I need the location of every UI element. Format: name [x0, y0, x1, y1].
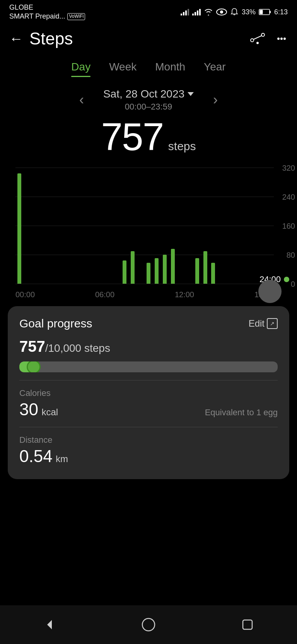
date-selector: ‹ Sat, 28 Oct 2023 00:00–23:59 › — [0, 77, 297, 114]
bar-slot-27 — [234, 168, 242, 284]
svg-point-1 — [220, 10, 223, 14]
eye-icon — [216, 8, 227, 16]
bar-0 — [17, 173, 21, 284]
carrier-info: GLOBE SMART Prepaid... VoWiFi — [9, 3, 85, 21]
bar-slot-11 — [104, 168, 113, 284]
progress-dot — [27, 361, 41, 372]
bar-13 — [123, 260, 126, 284]
recent-nav-button[interactable] — [236, 613, 259, 636]
steps-display: 757 steps — [0, 114, 297, 164]
divider-2 — [19, 427, 278, 427]
goal-progress-card: Goal progress Edit 757/10,000 steps Calo… — [8, 306, 289, 479]
bar-slot-19 — [169, 168, 177, 284]
carrier1: GLOBE — [9, 3, 85, 12]
bar-slot-29 — [249, 168, 258, 284]
bar-slot-25 — [217, 168, 225, 284]
bar-slot-16 — [145, 168, 153, 284]
signal-icon — [181, 9, 189, 15]
grid-label-0: 0 — [291, 279, 295, 288]
edit-button[interactable]: Edit — [249, 318, 278, 329]
svg-rect-14 — [243, 620, 252, 629]
bar-17 — [155, 258, 159, 284]
time-indicator-dot — [284, 277, 289, 282]
tab-week[interactable]: Week — [109, 61, 137, 77]
progress-bar-fill — [19, 361, 39, 372]
bar-slot-2 — [32, 168, 40, 284]
bar-23 — [203, 251, 207, 284]
distance-label: Distance — [19, 435, 278, 445]
bar-slot-31 — [266, 168, 274, 284]
date-display[interactable]: Sat, 28 Oct 2023 00:00–23:59 — [103, 88, 194, 112]
calories-note: Equivalent to 1 egg — [205, 408, 278, 418]
tab-bar: Day Week Month Year — [0, 55, 297, 77]
bar-slot-13 — [120, 168, 128, 284]
goal-progress-title: Goal progress — [19, 317, 92, 330]
recent-nav-icon — [240, 617, 255, 632]
home-nav-button[interactable] — [137, 613, 160, 636]
steps-unit: steps — [168, 140, 196, 152]
graph-icon-button[interactable] — [249, 32, 266, 46]
calories-value: 30 — [19, 400, 38, 419]
svg-point-10 — [280, 38, 283, 40]
calories-stat: Calories 30 kcal Equivalent to 1 egg — [19, 388, 278, 419]
grid-label-80: 80 — [287, 250, 295, 259]
bar-19 — [171, 249, 175, 284]
bar-slot-0 — [15, 168, 24, 284]
bar-slot-1 — [24, 168, 32, 284]
current-steps: 757 — [19, 338, 45, 355]
bar-slot-17 — [153, 168, 161, 284]
bar-slot-15 — [137, 168, 145, 284]
edit-label: Edit — [249, 318, 265, 329]
back-nav-icon — [42, 617, 57, 632]
grid-line-0: 0 — [15, 284, 274, 284]
vowifi-badge: VoWiFi — [67, 13, 85, 20]
svg-point-13 — [142, 618, 155, 631]
date-dropdown-arrow — [188, 92, 194, 96]
bar-slot-14 — [128, 168, 137, 284]
more-menu-button[interactable] — [275, 33, 288, 45]
prev-date-button[interactable]: ‹ — [75, 88, 88, 112]
carrier2: SMART Prepaid... — [9, 12, 65, 21]
bar-slot-24 — [209, 168, 217, 284]
steps-graph-icon — [249, 32, 266, 46]
bar-slot-8 — [80, 168, 88, 284]
bar-slot-28 — [242, 168, 250, 284]
bar-slot-12 — [113, 168, 121, 284]
svg-marker-12 — [47, 620, 52, 629]
bar-slot-5 — [56, 168, 64, 284]
x-label-12: 12:00 — [175, 290, 194, 299]
bottom-navigation — [0, 605, 297, 644]
bar-slot-30 — [258, 168, 266, 284]
time-range: 00:00–23:59 — [103, 102, 194, 112]
signal-icon-2 — [192, 9, 201, 15]
edit-icon — [267, 318, 278, 329]
page-title: Steps — [29, 29, 249, 48]
bar-slot-7 — [72, 168, 80, 284]
scroll-thumb[interactable] — [258, 280, 282, 303]
status-bar: GLOBE SMART Prepaid... VoWiFi — [0, 0, 297, 23]
back-button[interactable]: ← — [9, 31, 23, 47]
next-date-button[interactable]: › — [209, 88, 222, 112]
svg-rect-4 — [259, 10, 263, 14]
chart-bars — [15, 168, 274, 284]
tab-year[interactable]: Year — [204, 61, 226, 77]
bar-slot-3 — [40, 168, 48, 284]
bar-slot-21 — [185, 168, 193, 284]
steps-value: 757 — [101, 115, 163, 158]
bar-slot-4 — [48, 168, 56, 284]
bar-slot-22 — [193, 168, 201, 284]
home-nav-icon — [141, 617, 156, 632]
tab-month[interactable]: Month — [155, 61, 185, 77]
status-right: 33% 6:13 — [181, 8, 288, 16]
grid-label-320: 320 — [282, 163, 295, 172]
bar-14 — [131, 251, 135, 284]
tab-day[interactable]: Day — [71, 61, 90, 77]
svg-point-8 — [256, 42, 259, 44]
header-actions — [249, 32, 288, 46]
back-nav-button[interactable] — [38, 613, 61, 636]
distance-value: 0.54 — [19, 447, 53, 466]
divider-1 — [19, 380, 278, 380]
svg-line-7 — [253, 36, 262, 39]
bar-22 — [195, 258, 199, 284]
clock: 6:13 — [274, 8, 288, 16]
